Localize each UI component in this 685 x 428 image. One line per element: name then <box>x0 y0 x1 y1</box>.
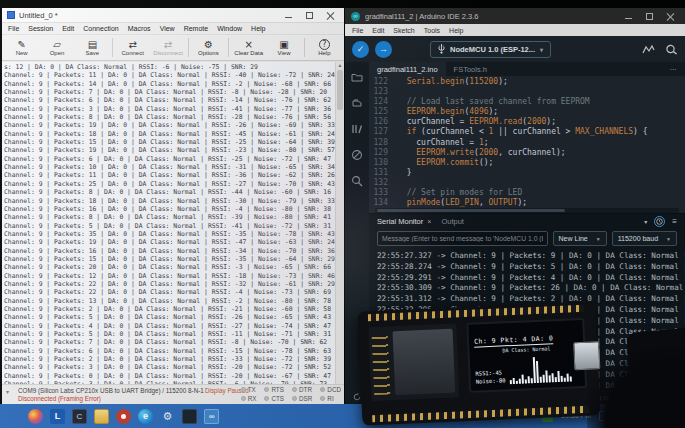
search-icon[interactable] <box>351 174 364 187</box>
tab-output[interactable]: Output <box>441 217 464 226</box>
terminal-scrollbar[interactable]: ▲ <box>335 62 344 384</box>
serial-monitor-icon[interactable] <box>665 44 678 55</box>
tab-fstools[interactable]: FSTools.h <box>446 62 495 76</box>
toolbar-save-button[interactable]: ▤Save <box>75 35 110 60</box>
oled-bar <box>548 375 550 382</box>
taskbar-edge-icon[interactable]: e <box>138 409 153 424</box>
taskbar-media-icon[interactable] <box>116 409 131 424</box>
code-text: curChannel = EEPROM.read(2000); <box>397 117 556 127</box>
menu-help[interactable]: Help <box>251 25 265 32</box>
taskbar-labview-icon[interactable]: L <box>50 409 65 424</box>
code-editor[interactable]: 122 Serial.begin(115200);123124 // Load … <box>369 76 685 208</box>
terminal-line: Channel: 9 | Packets: 12 | DA: 0 | DA Cl… <box>4 272 334 280</box>
oled-bar <box>510 380 512 384</box>
verify-button[interactable]: ✓ <box>352 41 369 58</box>
menu-edit[interactable]: Edit <box>62 25 74 32</box>
indicator-label: DTR <box>299 386 312 393</box>
tab-serial-monitor[interactable]: Serial Monitor × <box>377 217 431 226</box>
indicator-label: TX <box>248 386 256 393</box>
maximize-icon[interactable] <box>645 12 654 21</box>
line-number: 125 <box>369 107 397 117</box>
chevron-down-icon[interactable]: ▾ <box>644 218 647 225</box>
menu-session[interactable]: Session <box>28 25 53 32</box>
toolbar-help-button[interactable]: ?Help <box>307 35 342 60</box>
editor-hscrollbar[interactable] <box>375 208 679 213</box>
toolbar-open-button[interactable]: ▱Open <box>39 35 74 60</box>
menu-tools[interactable]: Tools <box>424 27 440 34</box>
help-label: Help <box>318 50 330 56</box>
toolbar-new-button[interactable]: ✎New <box>4 35 39 60</box>
minimize-icon[interactable] <box>624 12 633 21</box>
serial-message-input[interactable] <box>377 231 548 246</box>
code-text: Serial.begin(115200); <box>397 77 508 87</box>
line-ending-select[interactable]: New Line ▼ <box>553 231 607 246</box>
menu-edit[interactable]: Edit <box>372 27 384 34</box>
serial-line: 22:55:30.309 -> Channel: 9 | Packets: 26… <box>377 283 685 294</box>
pcb: Ch: 9 Pkt: 4 DA: 0 DA Class: Normal RSSI… <box>358 301 601 425</box>
led-icon <box>320 387 325 392</box>
menu-file[interactable]: File <box>8 25 19 32</box>
ide-titlebar[interactable]: ∞ gradfinal111_2 | Arduino IDE 2.3.6 <box>345 8 685 24</box>
menu-macros[interactable]: Macros <box>128 25 151 32</box>
hscrollbar-thumb[interactable] <box>377 209 565 212</box>
baud-rate-select[interactable]: 115200 baud ▼ <box>612 231 677 246</box>
serial-line: 22:55:28.274 -> Channel: 9 | Packets: 5 … <box>377 262 685 273</box>
taskbar-settings-icon[interactable]: ⚙ <box>160 409 175 424</box>
menu-view[interactable]: View <box>160 25 175 32</box>
toolbar-connect-button[interactable]: ⇄Connect <box>115 35 150 60</box>
coolterm-titlebar[interactable]: Untitled_0 * <box>2 8 344 23</box>
serial-plotter-icon[interactable] <box>642 44 655 55</box>
menu-sketch[interactable]: Sketch <box>393 27 414 34</box>
menu-remote[interactable]: Remote <box>184 25 209 32</box>
code-token: pinMode <box>407 198 441 207</box>
code-text: // Load last saved channel from EEPROM <box>397 97 590 107</box>
menu-file[interactable]: File <box>352 27 363 34</box>
scroll-up-icon[interactable]: ▲ <box>336 62 344 69</box>
taskbar-coolterm-icon[interactable]: C <box>72 409 87 424</box>
taskbar-photos-icon[interactable] <box>28 409 43 424</box>
menu-help[interactable]: Help <box>449 27 463 34</box>
code-text: EEPROM.write(2000, curChannel); <box>397 148 566 158</box>
chevron-down-icon: ▼ <box>666 236 671 242</box>
close-icon[interactable] <box>666 12 675 21</box>
indicator-cts: CTS <box>264 395 284 402</box>
board-selector[interactable]: NodeMCU 1.0 (ESP-12... ▾ <box>430 41 551 58</box>
menu-window[interactable]: Window <box>217 25 242 32</box>
taskbar-arduino-icon[interactable]: ∞ <box>204 409 219 424</box>
terminal-output[interactable]: s: 12 | DA: 0 | DA Class: Normal | RSSI:… <box>2 62 344 384</box>
tab-sketch[interactable]: gradfinal111_2.ino <box>369 62 446 76</box>
line-number: 126 <box>369 117 397 127</box>
taskbar-explorer-icon[interactable] <box>94 409 109 424</box>
timestamp-toggle-icon[interactable] <box>654 216 665 227</box>
sketchbook-folder-icon[interactable] <box>351 70 364 83</box>
start-button[interactable] <box>6 409 21 424</box>
maximize-icon[interactable] <box>305 11 314 20</box>
taskbar-store-icon[interactable] <box>182 409 197 424</box>
status-expander-icon[interactable]: ▾ <box>6 388 9 395</box>
clear-output-icon[interactable]: ≡ <box>672 217 677 226</box>
boards-manager-icon[interactable] <box>351 96 364 109</box>
indicator-column: TXRX <box>241 386 257 402</box>
code-token <box>397 198 407 207</box>
minimize-icon[interactable] <box>284 11 293 20</box>
close-icon[interactable] <box>326 11 335 20</box>
oled-bar <box>531 378 533 383</box>
toolbar-clear-data-button[interactable]: ×Clear Data <box>231 35 266 60</box>
debug-icon[interactable] <box>351 148 364 161</box>
menu-connection[interactable]: Connection <box>83 25 118 32</box>
tab-overflow-icon[interactable]: ⋯ <box>670 65 685 74</box>
oled-bottom: RSSI:-45 Noise:-80 <box>475 353 580 386</box>
code-token <box>397 107 407 116</box>
toolbar-options-button[interactable]: ⚙Options <box>191 35 226 60</box>
oled-bar <box>519 379 521 384</box>
upload-button[interactable]: → <box>375 41 392 58</box>
close-icon[interactable]: × <box>427 218 431 225</box>
library-manager-icon[interactable] <box>351 122 364 135</box>
scrollbar-thumb[interactable] <box>337 70 343 110</box>
indicator-ri: RI <box>320 395 341 402</box>
window-controls <box>624 12 679 21</box>
oled-display: Ch: 9 Pkt: 4 DA: 0 DA Class: Normal RSSI… <box>466 318 587 393</box>
toolbar-view-button[interactable]: ▣View <box>266 35 301 60</box>
code-line: 123 <box>369 87 685 97</box>
signal-indicators: TXRXRTSCTSDTRDSRDCDRI <box>241 386 341 402</box>
